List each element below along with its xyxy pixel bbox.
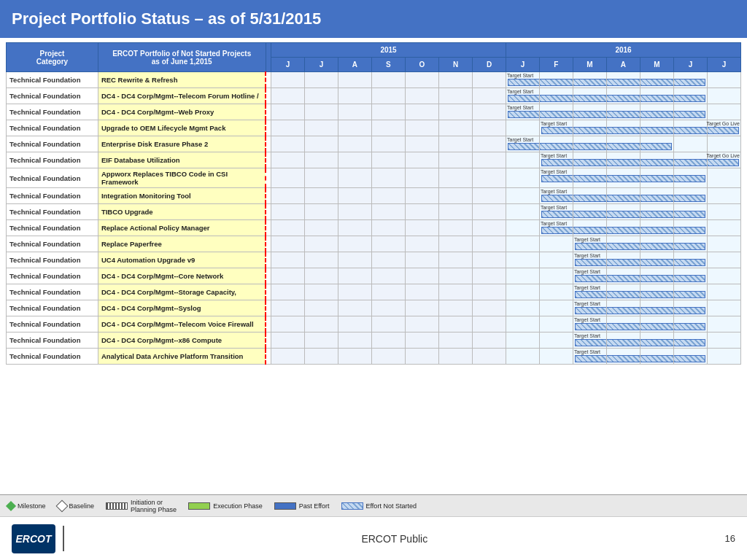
gantt-bar-segment bbox=[640, 79, 673, 86]
timeline-cell bbox=[338, 300, 371, 316]
timeline-cell bbox=[674, 136, 708, 152]
timeline-cell bbox=[573, 72, 606, 88]
timeline-cell bbox=[506, 188, 540, 204]
separator-col bbox=[266, 43, 271, 72]
timeline-cell bbox=[506, 300, 540, 316]
timeline-cell bbox=[539, 88, 573, 104]
project-name-cell: Integration Monitoring Tool bbox=[98, 188, 266, 204]
timeline-cell bbox=[338, 332, 371, 349]
timeline-cell bbox=[674, 316, 708, 332]
red-line-cell bbox=[266, 252, 271, 268]
timeline-cell bbox=[606, 252, 640, 268]
timeline-cell bbox=[305, 252, 338, 268]
gantt-bar-segment bbox=[607, 259, 640, 266]
timeline-cell bbox=[506, 204, 540, 220]
timeline-cell bbox=[539, 268, 573, 284]
gantt-bar-segment bbox=[674, 291, 705, 298]
timeline-cell bbox=[438, 252, 472, 268]
month-m1: M bbox=[573, 58, 606, 72]
timeline-cell bbox=[674, 72, 708, 88]
category-cell: Technical Foundation bbox=[7, 152, 98, 168]
ercot-logo: ERCOT bbox=[12, 524, 55, 553]
gantt-bar-segment bbox=[640, 143, 672, 150]
timeline-cell bbox=[573, 204, 606, 220]
timeline-cell bbox=[640, 168, 673, 188]
timeline-cell bbox=[271, 152, 305, 168]
timeline-cell bbox=[640, 88, 673, 104]
gantt-bar-segment bbox=[640, 323, 673, 330]
gantt-bar-segment bbox=[607, 243, 640, 250]
timeline-cell bbox=[506, 120, 540, 136]
red-line-cell bbox=[266, 284, 271, 300]
category-cell: Technical Foundation bbox=[7, 88, 98, 104]
red-line-cell bbox=[266, 152, 271, 168]
gantt-table: ProjectCategory ERCOT Portfolio of Not S… bbox=[6, 42, 741, 365]
timeline-cell bbox=[338, 284, 371, 300]
legend-past-effort-label: Past Effort bbox=[299, 502, 330, 510]
month-j1: J bbox=[271, 58, 305, 72]
timeline-cell bbox=[707, 72, 740, 88]
timeline-cell bbox=[674, 120, 708, 136]
timeline-cell bbox=[606, 120, 640, 136]
table-row: Technical FoundationEIF Database Utiliza… bbox=[7, 152, 741, 168]
timeline-cell bbox=[539, 349, 573, 365]
timeline-cell bbox=[371, 152, 405, 168]
timeline-cell bbox=[405, 284, 438, 300]
timeline-cell bbox=[371, 220, 405, 236]
footer-logo-area: ERCOT bbox=[12, 524, 64, 553]
timeline-cell bbox=[338, 252, 371, 268]
timeline-cell bbox=[640, 349, 673, 365]
gantt-bar-segment bbox=[640, 195, 673, 202]
red-line-cell bbox=[266, 220, 271, 236]
gantt-bar-segment bbox=[540, 143, 573, 150]
category-cell: Technical Foundation bbox=[7, 236, 98, 252]
table-row: Technical FoundationUC4 Automation Upgra… bbox=[7, 252, 741, 268]
red-line-cell bbox=[266, 316, 271, 332]
timeline-cell bbox=[473, 204, 506, 220]
gantt-bar-segment bbox=[674, 243, 705, 250]
timeline-cell bbox=[338, 168, 371, 188]
project-name-cell: DC4 - DC4 Corp/Mgmt--x86 Compute bbox=[98, 332, 266, 349]
timeline-cell bbox=[438, 316, 472, 332]
gantt-bar-segment bbox=[607, 323, 640, 330]
red-line-cell bbox=[266, 120, 271, 136]
project-name-cell: DC4 - DC4 Corp/Mgmt--Storage Capacity, bbox=[98, 284, 266, 300]
timeline-cell bbox=[271, 268, 305, 284]
timeline-cell bbox=[371, 104, 405, 120]
timeline-cell bbox=[338, 268, 371, 284]
legend-initiation-label: Initiation orPlanning Phase bbox=[131, 499, 177, 513]
timeline-cell bbox=[338, 104, 371, 120]
gantt-bar-segment bbox=[607, 95, 640, 102]
timeline-cell bbox=[305, 316, 338, 332]
timeline-cell bbox=[506, 168, 540, 188]
footer: ERCOT ERCOT Public 16 bbox=[0, 516, 747, 560]
legend-past-effort: Past Effort bbox=[274, 502, 330, 510]
timeline-cell bbox=[305, 332, 338, 349]
timeline-cell bbox=[506, 268, 540, 284]
gantt-bar-segment bbox=[674, 159, 707, 166]
category-cell: Technical Foundation bbox=[7, 72, 98, 88]
timeline-cell: Target Start bbox=[573, 236, 606, 252]
month-f: F bbox=[539, 58, 573, 72]
timeline-cell bbox=[371, 88, 405, 104]
timeline-cell bbox=[473, 120, 506, 136]
timeline-cell: Target Start bbox=[539, 152, 573, 168]
gantt-bar-segment bbox=[674, 111, 705, 118]
timeline-cell bbox=[707, 332, 740, 349]
timeline-cell bbox=[438, 136, 472, 152]
timeline-cell bbox=[606, 236, 640, 252]
gantt-bar-segment bbox=[540, 111, 573, 118]
gantt-bar-segment bbox=[573, 159, 606, 166]
past-effort-icon bbox=[274, 502, 296, 510]
timeline-cell bbox=[305, 188, 338, 204]
initiation-icon bbox=[106, 502, 128, 510]
month-j5: J bbox=[707, 58, 740, 72]
category-cell: Technical Foundation bbox=[7, 268, 98, 284]
timeline-cell bbox=[640, 236, 673, 252]
gantt-bar-segment bbox=[541, 127, 573, 134]
month-j3: J bbox=[506, 58, 540, 72]
gantt-bar-segment bbox=[674, 275, 705, 282]
timeline-cell bbox=[539, 332, 573, 349]
timeline-cell bbox=[674, 268, 708, 284]
gantt-bar-segment bbox=[607, 339, 640, 346]
